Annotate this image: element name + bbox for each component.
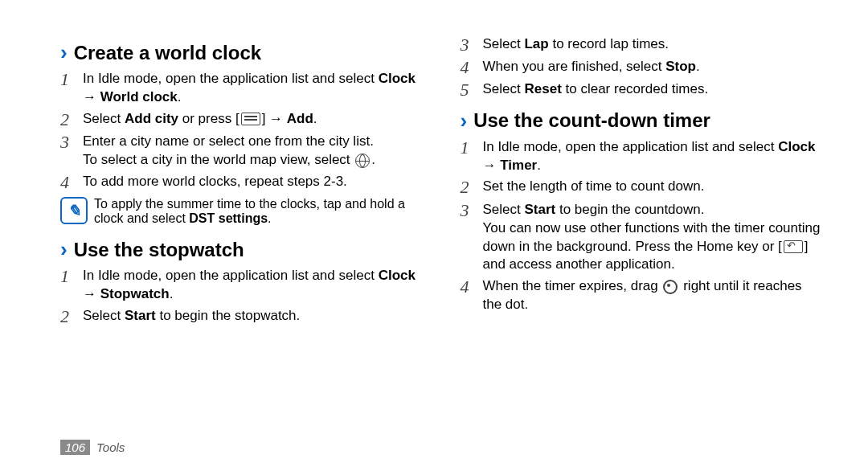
step-text: Select Add city or press [] → Add. bbox=[83, 110, 317, 129]
step-text: In Idle mode, open the application list … bbox=[83, 70, 424, 107]
two-column-layout: Create a world clock 1 In Idle mode, ope… bbox=[60, 32, 824, 440]
step-number: 2 bbox=[461, 178, 475, 197]
note-icon: ✎ bbox=[60, 197, 88, 224]
step-2: 2 Set the length of time to count down. bbox=[461, 178, 825, 197]
stopwatch-steps: 1 In Idle mode, open the application lis… bbox=[60, 267, 424, 326]
step-text: In Idle mode, open the application list … bbox=[483, 138, 825, 175]
step-text: Select Reset to clear recorded times. bbox=[483, 80, 709, 100]
step-number: 4 bbox=[60, 173, 75, 192]
step-1: 1 In Idle mode, open the application lis… bbox=[60, 267, 424, 304]
step-number: 2 bbox=[60, 110, 75, 129]
step-number: 3 bbox=[461, 201, 475, 275]
step-number: 1 bbox=[60, 70, 75, 107]
step-number: 4 bbox=[461, 58, 475, 77]
step-number: 4 bbox=[461, 277, 475, 314]
stopwatch-steps-cont: 3 Select Lap to record lap times. 4 When… bbox=[461, 35, 825, 100]
step-text: Select Lap to record lap times. bbox=[483, 35, 669, 55]
step-4: 4 When you are finished, select Stop. bbox=[461, 58, 825, 77]
world-clock-steps: 1 In Idle mode, open the application lis… bbox=[60, 70, 424, 192]
note-text: To apply the summer time to the clocks, … bbox=[94, 197, 424, 226]
heading-timer: Use the count-down timer bbox=[461, 109, 825, 133]
step-number: 5 bbox=[461, 80, 475, 100]
step-number: 1 bbox=[461, 138, 475, 175]
step-text: Set the length of time to count down. bbox=[483, 178, 705, 197]
menu-key-icon bbox=[241, 113, 260, 125]
drag-ring-icon bbox=[663, 280, 678, 294]
heading-stopwatch: Use the stopwatch bbox=[60, 237, 424, 262]
step-number: 2 bbox=[60, 307, 75, 326]
step-1: 1 In Idle mode, open the application lis… bbox=[461, 138, 825, 175]
step-text: Enter a city name or select one from the… bbox=[83, 133, 375, 170]
step-text: When you are finished, select Stop. bbox=[483, 58, 700, 77]
step-2: 2 Select Add city or press [] → Add. bbox=[60, 110, 424, 129]
step-text: To add more world clocks, repeat steps 2… bbox=[83, 173, 347, 192]
step-text: When the timer expires, drag right until… bbox=[483, 277, 825, 314]
step-3: 3 Enter a city name or select one from t… bbox=[60, 133, 424, 170]
left-column: Create a world clock 1 In Idle mode, ope… bbox=[60, 32, 424, 440]
step-text: Select Start to begin the countdown.You … bbox=[483, 201, 825, 275]
note-dst: ✎ To apply the summer time to the clocks… bbox=[60, 197, 424, 226]
step-number: 3 bbox=[60, 133, 75, 170]
step-text: In Idle mode, open the application list … bbox=[83, 267, 424, 304]
step-3: 3 Select Start to begin the countdown.Yo… bbox=[461, 201, 825, 275]
step-4: 4 When the timer expires, drag right unt… bbox=[461, 277, 825, 314]
step-number: 1 bbox=[60, 267, 75, 304]
right-column: 3 Select Lap to record lap times. 4 When… bbox=[461, 32, 825, 440]
globe-icon bbox=[355, 154, 370, 168]
step-number: 3 bbox=[461, 35, 475, 55]
section-name: Tools bbox=[96, 440, 125, 454]
timer-steps: 1 In Idle mode, open the application lis… bbox=[461, 138, 825, 315]
step-5: 5 Select Reset to clear recorded times. bbox=[461, 80, 825, 100]
manual-page: Create a world clock 1 In Idle mode, ope… bbox=[0, 0, 868, 471]
heading-world-clock: Create a world clock bbox=[60, 40, 424, 65]
step-4: 4 To add more world clocks, repeat steps… bbox=[60, 173, 424, 192]
step-3: 3 Select Lap to record lap times. bbox=[461, 35, 825, 55]
step-text: Select Start to begin the stopwatch. bbox=[83, 307, 300, 326]
step-1: 1 In Idle mode, open the application lis… bbox=[60, 70, 424, 107]
step-2: 2 Select Start to begin the stopwatch. bbox=[60, 307, 424, 326]
page-footer: 106 Tools bbox=[60, 440, 824, 455]
back-key-icon bbox=[784, 240, 803, 253]
page-number: 106 bbox=[60, 440, 90, 455]
